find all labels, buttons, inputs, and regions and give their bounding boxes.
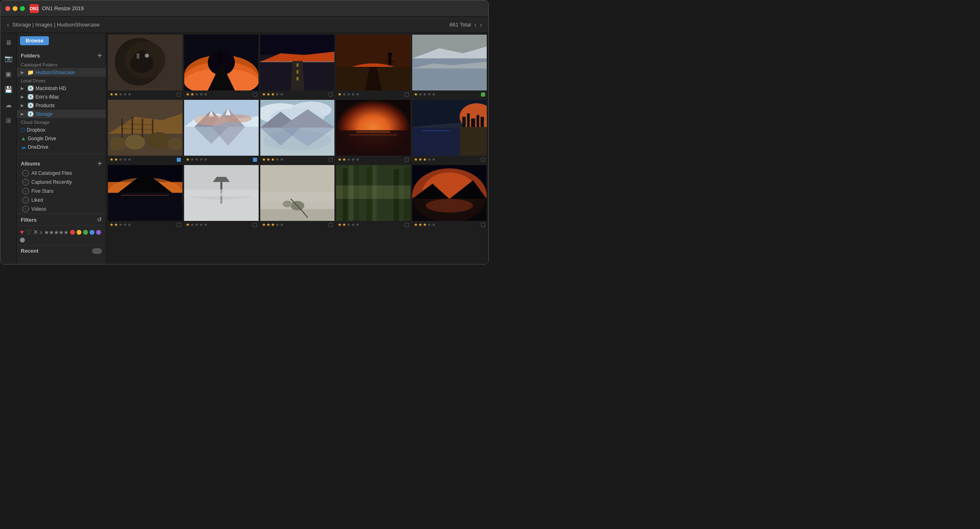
flag-10 [177, 223, 181, 227]
tree-item-dropbox[interactable]: ⬡ Dropbox [17, 126, 106, 134]
photo-meta-11: ★★★★★ [184, 221, 259, 229]
filters-title: Filters [21, 217, 37, 223]
photo-cell-8[interactable]: ★★★★★ [336, 100, 411, 163]
tree-label: Dropbox [27, 127, 45, 133]
svg-point-60 [225, 115, 252, 123]
photo-meta-3: ★★★★★ [336, 90, 411, 98]
color-filter-red[interactable] [70, 230, 75, 235]
reject-filter[interactable]: ✕ [33, 228, 38, 236]
breadcrumb: Storage | Images | HudsonShowcase [12, 22, 99, 28]
stars-9: ★★★★★ [414, 157, 436, 162]
back-button[interactable]: ‹ [7, 21, 9, 29]
flag-14 [481, 223, 485, 227]
album-item-five-stars[interactable]: ○ Five Stars [17, 187, 106, 196]
monitor-icon-btn[interactable]: 🖥 [2, 36, 15, 49]
color-filter-purple[interactable] [96, 230, 101, 235]
star-filter[interactable]: ★★★★★ [44, 229, 68, 236]
album-icon: ○ [22, 206, 29, 212]
color-filter-green[interactable] [83, 230, 88, 235]
gte-filter[interactable]: ≥ [40, 229, 43, 235]
albums-add-button[interactable]: + [97, 160, 102, 167]
photo-6 [184, 100, 259, 156]
photo-cell-13[interactable]: ★★★★★ [336, 165, 411, 229]
prev-button[interactable]: ‹ [474, 21, 476, 29]
color-filter-gray[interactable] [20, 238, 25, 242]
layers-icon-btn[interactable]: ▣ [2, 67, 15, 80]
photo-cell-10[interactable]: ★★★★★ [108, 165, 182, 229]
stars-13: ★★★★★ [338, 222, 360, 227]
stars-7: ★★★★★ [262, 157, 284, 162]
photo-cell-6[interactable]: ★★★★★ [184, 100, 259, 163]
liked-filter[interactable]: ♥ [20, 229, 24, 236]
svg-rect-5 [137, 53, 140, 59]
camera-icon-btn[interactable]: 📷 [2, 52, 15, 65]
photo-11 [184, 165, 259, 221]
album-item-all[interactable]: ○ All Cataloged Files [17, 169, 106, 178]
close-button[interactable] [5, 6, 10, 11]
album-icon: ○ [22, 197, 29, 203]
minimize-button[interactable] [13, 6, 18, 11]
album-icon: ○ [22, 179, 29, 185]
tree-label: Storage [35, 111, 53, 117]
svg-rect-92 [108, 193, 182, 221]
filters-reset-button[interactable]: ↺ [97, 216, 102, 223]
photo-cell-2[interactable]: ★★★★★ [260, 35, 335, 98]
flag-4 [481, 93, 485, 97]
photo-cell-9[interactable]: ★★★★★ [412, 100, 487, 163]
maximize-button[interactable] [20, 6, 25, 11]
photo-cell-7[interactable]: ★★★★★ [260, 100, 335, 163]
browse-tab[interactable]: Browse [20, 36, 49, 45]
next-button[interactable]: › [480, 21, 482, 29]
stars-1: ★★★★★ [186, 92, 208, 97]
photo-cell-5[interactable]: ★★★★★ [108, 100, 182, 163]
cloud-icon-btn[interactable]: ☁ [2, 98, 15, 111]
tree-item-hudsonshowcase[interactable]: ▶ 📁 HudsonShowcase [17, 68, 106, 77]
color-filter-blue[interactable] [90, 230, 94, 235]
color-filter-yellow[interactable] [77, 230, 81, 235]
drive-icon-btn[interactable]: 💾 [2, 83, 15, 96]
stars-3: ★★★★★ [338, 92, 360, 97]
photo-cell-14[interactable]: ★★★★★ [412, 165, 487, 229]
photo-12 [260, 165, 335, 221]
photo-cell-3[interactable]: ★★★★★ [336, 35, 411, 98]
recent-toggle[interactable] [92, 248, 102, 254]
album-label: Videos [31, 206, 46, 212]
album-item-liked[interactable]: ○ Liked [17, 196, 106, 205]
photo-meta-5: ★★★★★ [108, 156, 182, 163]
svg-point-14 [219, 53, 222, 56]
photo-meta-9: ★★★★★ [412, 156, 487, 163]
icon-sidebar: 🖥 📷 ▣ 💾 ☁ ⊞ [0, 33, 17, 264]
total-count: 661 Total [450, 22, 471, 28]
album-icon: ○ [22, 170, 29, 176]
photo-cell-0[interactable]: ★★★★★ [108, 35, 182, 98]
tree-item-macintosh[interactable]: ▶ 💽 Macintosh HD [17, 84, 106, 93]
album-item-captured-recently[interactable]: ○ Captured Recently [17, 178, 106, 187]
photo-meta-7: ★★★★★ [260, 156, 335, 163]
photo-meta-12: ★★★★★ [260, 221, 335, 229]
photo-13 [336, 165, 411, 221]
flag-3 [405, 93, 409, 97]
album-item-videos[interactable]: ○ Videos [17, 205, 106, 214]
folders-header: Folders + [17, 48, 106, 61]
photo-cell-4[interactable]: ★★★★★ [412, 35, 487, 98]
photo-0 [108, 35, 182, 90]
svg-rect-74 [336, 130, 411, 156]
tree-item-storage[interactable]: ▶ 💽 Storage [17, 110, 106, 118]
tree-item-gdrive[interactable]: ▲ Google Drive [17, 134, 106, 143]
drive-icon: 💽 [27, 111, 34, 117]
photo-meta-4: ★★★★★ [412, 90, 487, 98]
svg-rect-85 [481, 117, 484, 127]
photo-grid: ★★★★★ [106, 33, 488, 264]
photo-cell-12[interactable]: ★★★★★ [260, 165, 335, 229]
photo-cell-11[interactable]: ★★★★★ [184, 165, 259, 229]
stars-10: ★★★★★ [110, 222, 132, 227]
gallery-icon-btn[interactable]: ⊞ [2, 114, 15, 127]
tree-item-erins-imac[interactable]: ▶ 💽 Erin's iMac [17, 93, 106, 101]
photo-cell-1[interactable]: ★★★★★ [184, 35, 259, 98]
svg-rect-86 [412, 128, 459, 156]
svg-marker-80 [460, 127, 487, 156]
unliked-filter[interactable]: ♡ [26, 228, 31, 236]
tree-item-onedrive[interactable]: ☁ OneDrive [17, 143, 106, 151]
tree-item-products[interactable]: ▶ 💽 Products [17, 101, 106, 110]
folders-add-button[interactable]: + [97, 52, 102, 59]
